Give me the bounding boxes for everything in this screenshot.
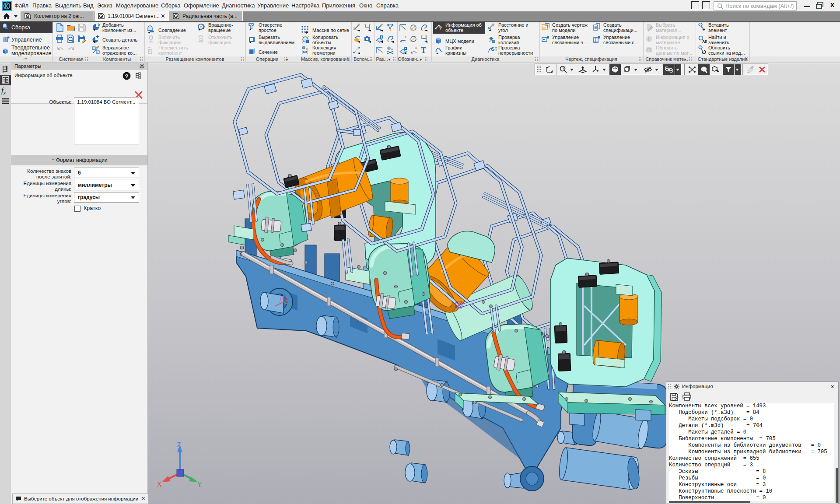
svg-text:?: ? (125, 73, 129, 80)
